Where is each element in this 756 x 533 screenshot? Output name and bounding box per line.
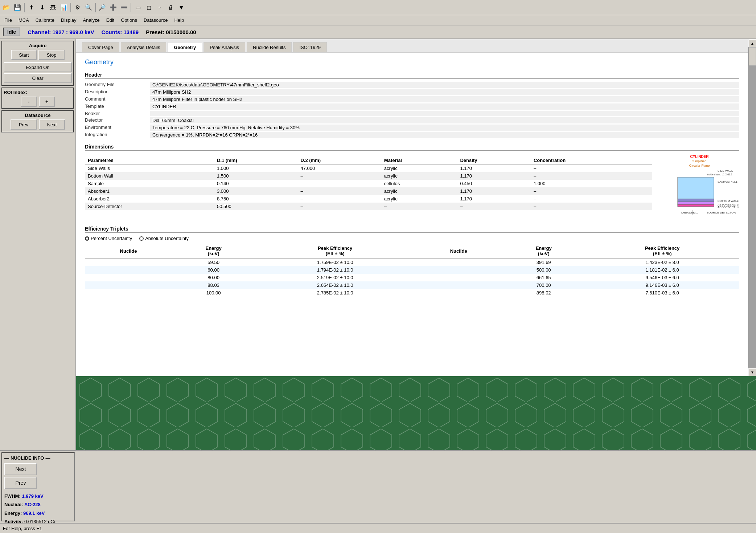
tab-geometry[interactable]: Geometry: [168, 42, 202, 52]
svg-rect-29: [678, 204, 714, 207]
header-section-title: Header: [85, 72, 739, 79]
table-row: Bottom Wall1.500–acrylic1.170–: [85, 172, 652, 180]
toolbar-icon-image[interactable]: 🖼: [48, 3, 58, 13]
field-environment-value: Temperature = 22 C, Pressure = 760 mm.Hg…: [150, 125, 739, 131]
toolbar-icon-minus[interactable]: ➖: [119, 3, 129, 13]
field-geometry-file-label: Geometry File: [85, 82, 150, 88]
svg-text:SOURCE DETECTOR: SOURCE DETECTOR: [707, 211, 736, 214]
toolbar-icon-rect[interactable]: ▭: [133, 3, 143, 13]
nuclide-prev-button[interactable]: Prev: [4, 477, 37, 489]
dimensions-section-title: Dimensions: [85, 144, 739, 151]
scroll-down-button[interactable]: ▼: [748, 368, 756, 376]
scroll-up-button[interactable]: ▲: [748, 39, 756, 47]
field-description: Description 47m Millipore SH2: [85, 89, 739, 95]
toolbar-icon-save[interactable]: 💾: [12, 3, 22, 13]
toolbar-icon-more[interactable]: ▼: [176, 3, 186, 13]
toolbar-icon-add[interactable]: ➕: [108, 3, 118, 13]
field-environment: Environment Temperature = 22 C, Pressure…: [85, 125, 739, 131]
report-content: Geometry Header Geometry File C:\GENIE2K…: [76, 53, 748, 308]
energy-value: 969.1 keV: [23, 510, 45, 516]
field-detector-label: Detector: [85, 117, 150, 123]
toolbar-icon-chart[interactable]: 📊: [59, 3, 69, 13]
datasource-prev-button[interactable]: Prev: [11, 119, 37, 130]
nuclide-name: Nuclide: AC-228: [4, 500, 72, 509]
svg-text:Detector: Detector: [681, 211, 693, 214]
nuclide-next-button[interactable]: Next: [4, 463, 37, 475]
geometry-diagram: CYLINDER Simplified Circular Plane SIDE …: [660, 154, 739, 220]
hex-pattern: [76, 376, 756, 456]
menu-file[interactable]: File: [1, 17, 15, 24]
spectrum-scrollbar[interactable]: ▲ ▼: [748, 39, 756, 376]
status-preset: Preset: 0/150000.00: [146, 29, 196, 35]
toolbar-icon-rect3[interactable]: ▫: [155, 3, 165, 13]
toolbar-icon-down[interactable]: ⬇: [37, 3, 47, 13]
toolbar-icon-up[interactable]: ⬆: [26, 3, 36, 13]
field-template-label: Template: [85, 103, 150, 110]
dim-col-density: Density: [457, 156, 531, 164]
report-title: Geometry: [85, 58, 739, 66]
roi-plus-button[interactable]: +: [39, 97, 55, 107]
clear-button[interactable]: Clear: [4, 73, 72, 83]
status-text: For Help, press F1: [3, 526, 42, 531]
datasource-next-button[interactable]: Next: [39, 119, 65, 130]
tab-analysis-details[interactable]: Analysis Details: [121, 42, 167, 52]
field-beaker: Beaker: [85, 111, 739, 116]
bottom-decoration: [76, 376, 756, 456]
field-detector: Detector Dia=65mm_Coaxial: [85, 117, 739, 123]
menu-mca[interactable]: MCA: [16, 17, 32, 24]
dim-col-conc: Concentration: [531, 156, 652, 164]
table-row: Absorber13.000–acrylic1.170–: [85, 187, 652, 195]
field-environment-label: Environment: [85, 125, 150, 131]
toolbar-icon-print[interactable]: 🖨: [165, 3, 176, 13]
svg-text:SAMPLE: 4:2.1: SAMPLE: 4:2.1: [718, 180, 737, 183]
menu-analyze[interactable]: Analyze: [80, 17, 103, 24]
menu-calibrate[interactable]: Calibrate: [33, 17, 57, 24]
svg-text:CYLINDER: CYLINDER: [690, 155, 709, 159]
scroll-track: [748, 47, 756, 368]
absolute-uncertainty-option[interactable]: Absolute Uncertainty: [139, 236, 189, 241]
toolbar-separator-1: [24, 3, 25, 12]
tab-nuclide-results[interactable]: Nuclide Results: [247, 42, 292, 52]
menu-options[interactable]: Options: [118, 17, 140, 24]
tab-peak-analysis[interactable]: Peak Analysis: [204, 42, 245, 52]
status-counts: Counts: 13489: [102, 29, 139, 35]
field-detector-value: Dia=65mm_Coaxial: [150, 117, 739, 123]
uncertainty-row: Percent Uncertainty Absolute Uncertainty: [85, 236, 739, 241]
eff-col-peak-r: Peak Efficiency(Eff ± %): [585, 244, 739, 258]
toolbar-icon-rect2[interactable]: ◻: [144, 3, 154, 13]
dim-col-d2: D.2 (mm): [297, 156, 381, 164]
tab-iso11929[interactable]: ISO11929: [293, 42, 327, 52]
svg-text:SIDE WALL: SIDE WALL: [718, 169, 733, 172]
start-button[interactable]: Start: [11, 50, 37, 60]
field-beaker-label: Beaker: [85, 111, 150, 116]
eff-col-energy-r: Energy(keV): [502, 244, 585, 258]
tab-cover-page[interactable]: Cover Page: [82, 42, 119, 52]
dim-col-param: Paramètres: [85, 156, 214, 164]
roi-section: ROI Index: - +: [1, 88, 74, 109]
roi-minus-button[interactable]: -: [21, 97, 37, 107]
toolbar-icon-zoom-in[interactable]: 🔎: [97, 3, 107, 13]
field-comment-value: 47m Millipore Filter in plastic hoder on…: [150, 96, 739, 102]
toolbar-icon-open[interactable]: 📂: [1, 3, 12, 13]
bottom-strip: — NUCLIDE INFO — Next Prev FWHM: 1.979 k…: [0, 450, 756, 523]
menu-display[interactable]: Display: [58, 17, 79, 24]
dimensions-table: Paramètres D.1 (mm) D.2 (mm) Material De…: [85, 156, 652, 210]
toolbar-icon-gear[interactable]: ⚙: [73, 3, 83, 13]
menu-datasource[interactable]: Datasource: [141, 17, 170, 24]
toolbar-icon-search[interactable]: 🔍: [83, 3, 94, 13]
datasource-buttons: Prev Next: [4, 119, 72, 130]
report-tabs: Cover Page Analysis Details Geometry Pea…: [76, 39, 748, 53]
percent-radio: [85, 236, 89, 241]
stop-button[interactable]: Stop: [38, 50, 65, 60]
menu-edit[interactable]: Edit: [103, 17, 117, 24]
eff-col-energy-l: Energy(keV): [172, 244, 255, 258]
expand-on-button[interactable]: Expand On: [4, 62, 72, 72]
nuclide-energy: Energy: 969.1 keV: [4, 509, 72, 517]
fwhm-value: 1.979 keV: [22, 493, 43, 499]
toolbar-separator-2: [70, 3, 71, 12]
field-comment-label: Comment: [85, 96, 150, 102]
svg-text:Inside diam.: d1.2 d1.1: Inside diam.: d1.2 d1.1: [707, 173, 732, 176]
scroll-thumb[interactable]: [749, 48, 756, 66]
menu-help[interactable]: Help: [171, 17, 187, 24]
percent-uncertainty-option[interactable]: Percent Uncertainty: [85, 236, 132, 241]
